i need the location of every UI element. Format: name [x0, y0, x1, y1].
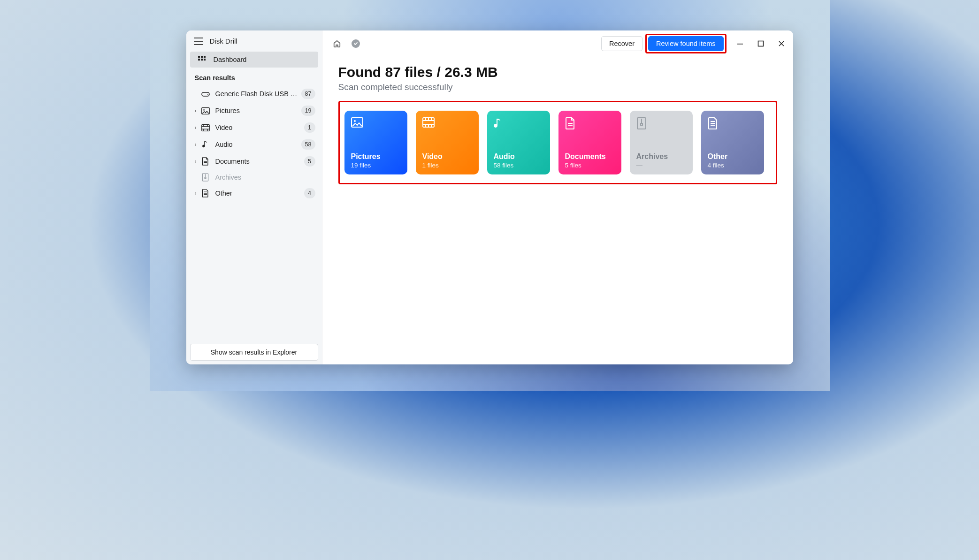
- category-cards-highlight: Pictures19 filesVideo1 filesAudio58 file…: [338, 101, 777, 184]
- sidebar-item-label: Video: [215, 124, 304, 131]
- category-card-video[interactable]: Video1 files: [416, 111, 479, 174]
- image-icon: [200, 107, 211, 114]
- sidebar: Disk Drill Dashboard Scan results G: [186, 30, 322, 364]
- sidebar-item-pictures[interactable]: ›Pictures19: [189, 102, 319, 119]
- show-in-explorer-button[interactable]: Show scan results in Explorer: [190, 344, 318, 361]
- category-card-pictures[interactable]: Pictures19 files: [344, 111, 407, 174]
- card-title: Other: [708, 152, 757, 161]
- document-icon: [200, 157, 211, 166]
- svg-rect-0: [198, 56, 200, 58]
- sidebar-item-dashboard[interactable]: Dashboard: [190, 52, 318, 68]
- chevron-right-icon: ›: [192, 141, 199, 148]
- svg-rect-3: [198, 59, 200, 61]
- sidebar-item-archives: Archives: [189, 170, 319, 185]
- svg-rect-4: [201, 59, 203, 61]
- chevron-right-icon: ›: [192, 190, 199, 197]
- music-icon: [494, 117, 543, 132]
- main-area: Recover Review found items: [322, 30, 793, 364]
- chevron-right-icon: ›: [192, 158, 199, 165]
- sidebar-device[interactable]: Generic Flash Disk USB D… 87: [189, 85, 319, 102]
- card-subtitle: 58 files: [494, 162, 543, 169]
- sidebar-item-badge: 4: [304, 188, 315, 198]
- svg-rect-1: [201, 56, 203, 58]
- svg-point-28: [354, 120, 356, 122]
- toolbar: Recover Review found items: [322, 30, 793, 54]
- sidebar-item-badge: 1: [304, 122, 315, 133]
- sidebar-item-other[interactable]: ›Other4: [189, 185, 319, 202]
- sidebar-section-label: Scan results: [186, 68, 322, 85]
- document-icon: [565, 117, 615, 132]
- scan-complete-check-icon: [352, 39, 360, 48]
- sidebar-item-badge: 58: [301, 139, 315, 150]
- card-title: Documents: [565, 152, 615, 161]
- drive-icon: [200, 91, 211, 97]
- card-title: Video: [422, 152, 472, 161]
- chevron-right-icon: ›: [192, 107, 199, 114]
- app-title: Disk Drill: [210, 37, 237, 45]
- sidebar-item-audio[interactable]: ›Audio58: [189, 136, 319, 153]
- svg-point-7: [207, 94, 208, 95]
- film-icon: [200, 124, 211, 131]
- music-icon: [200, 140, 211, 149]
- window-minimize-button[interactable]: [737, 40, 743, 47]
- svg-rect-26: [758, 41, 763, 46]
- card-subtitle: 1 files: [422, 162, 472, 169]
- category-card-documents[interactable]: Documents5 files: [558, 111, 621, 174]
- svg-point-9: [203, 109, 205, 111]
- results-subhead: Scan completed successfully: [338, 82, 777, 92]
- category-card-audio[interactable]: Audio58 files: [487, 111, 550, 174]
- app-window: Disk Drill Dashboard Scan results G: [186, 30, 793, 364]
- home-button[interactable]: [333, 39, 341, 48]
- window-maximize-button[interactable]: [757, 40, 764, 47]
- sidebar-item-documents[interactable]: ›Documents5: [189, 153, 319, 170]
- svg-rect-5: [204, 59, 206, 61]
- hamburger-menu-button[interactable]: [194, 38, 203, 45]
- results-headline: Found 87 files / 26.3 MB: [338, 64, 777, 80]
- card-subtitle: —: [636, 162, 686, 169]
- sidebar-item-label: Documents: [215, 158, 304, 165]
- svg-rect-10: [201, 124, 209, 131]
- sidebar-item-label: Other: [215, 189, 304, 197]
- sidebar-device-label: Generic Flash Disk USB D…: [215, 90, 301, 98]
- card-title: Pictures: [351, 152, 401, 161]
- svg-rect-2: [204, 56, 206, 58]
- card-title: Audio: [494, 152, 543, 161]
- film-icon: [422, 117, 472, 132]
- sidebar-item-badge: 19: [301, 106, 315, 116]
- sidebar-item-label: Dashboard: [214, 56, 247, 63]
- svg-rect-25: [737, 44, 743, 45]
- chevron-right-icon: ›: [192, 124, 199, 131]
- sidebar-item-label: Pictures: [215, 107, 301, 114]
- card-subtitle: 19 files: [351, 162, 401, 169]
- category-card-archives: Archives—: [630, 111, 693, 174]
- grid-icon: [197, 56, 207, 63]
- category-card-other[interactable]: Other4 files: [701, 111, 764, 174]
- image-icon: [351, 117, 401, 132]
- sidebar-device-badge: 87: [301, 89, 315, 99]
- review-found-items-button[interactable]: Review found items: [648, 36, 724, 51]
- window-close-button[interactable]: [778, 40, 785, 47]
- card-subtitle: 4 files: [708, 162, 757, 169]
- card-title: Archives: [636, 152, 686, 161]
- sidebar-item-video[interactable]: ›Video1: [189, 119, 319, 136]
- card-subtitle: 5 files: [565, 162, 615, 169]
- svg-rect-42: [641, 123, 642, 125]
- other-icon: [708, 117, 757, 132]
- svg-rect-21: [205, 177, 206, 179]
- archive-icon: [200, 173, 211, 182]
- sidebar-item-label: Archives: [215, 174, 315, 181]
- sidebar-item-label: Audio: [215, 141, 301, 148]
- archive-icon: [636, 117, 686, 132]
- other-icon: [200, 189, 211, 197]
- recover-button[interactable]: Recover: [601, 36, 642, 51]
- sidebar-item-badge: 5: [304, 156, 315, 166]
